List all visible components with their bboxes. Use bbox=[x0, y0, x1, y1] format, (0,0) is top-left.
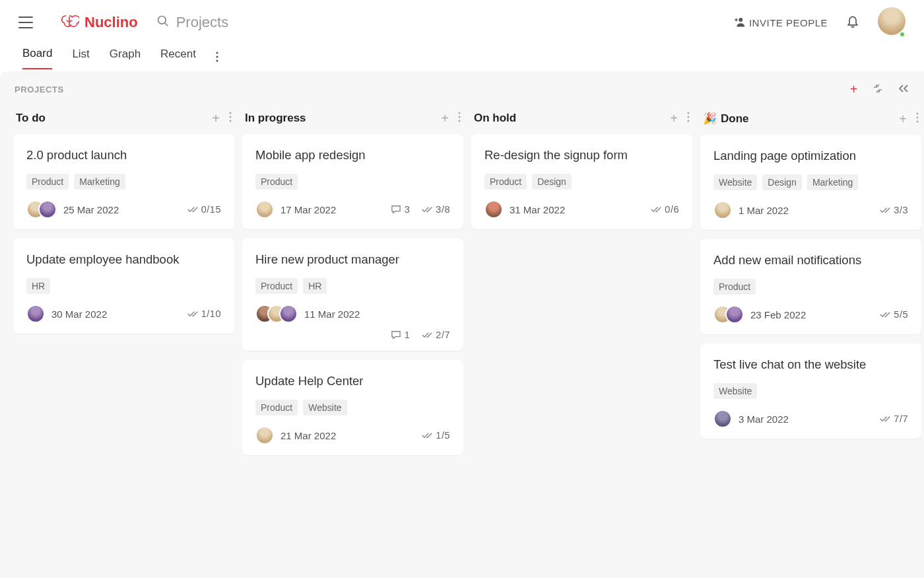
card-title: Update Help Center bbox=[255, 373, 450, 389]
menu-button[interactable] bbox=[18, 17, 33, 28]
column-title: 🎉Done bbox=[703, 112, 749, 126]
svg-line-1 bbox=[164, 23, 168, 26]
column: 🎉Done+Landing page optimizationWebsiteDe… bbox=[700, 106, 921, 464]
search-placeholder: Projects bbox=[176, 14, 228, 31]
task-progress: 1/10 bbox=[187, 308, 221, 319]
tag: Product bbox=[484, 174, 527, 190]
svg-point-5 bbox=[216, 59, 218, 61]
add-card-button[interactable]: + bbox=[441, 112, 449, 125]
column-menu-button[interactable] bbox=[916, 112, 919, 126]
card[interactable]: Test live chat on the websiteWebsite3 Ma… bbox=[700, 343, 921, 439]
assignee-avatars bbox=[26, 305, 45, 323]
card-title: Landing page optimization bbox=[713, 148, 908, 164]
card-title: Mobile app redesign bbox=[255, 147, 450, 163]
svg-point-7 bbox=[230, 116, 232, 118]
chevron-left-double-icon[interactable] bbox=[898, 84, 909, 95]
card[interactable]: Update employee handbookHR30 Mar 20221/1… bbox=[13, 238, 234, 334]
task-progress: 3/3 bbox=[880, 205, 908, 215]
tab-more-button[interactable] bbox=[216, 52, 218, 65]
due-date: 30 Mar 2022 bbox=[51, 308, 107, 320]
due-date: 17 Mar 2022 bbox=[280, 204, 336, 215]
tag-list: HR bbox=[26, 278, 221, 294]
tab-recent[interactable]: Recent bbox=[160, 48, 196, 69]
tag: HR bbox=[303, 278, 327, 294]
svg-point-4 bbox=[216, 55, 218, 57]
tag-list: ProductWebsite bbox=[255, 400, 450, 415]
tag: Product bbox=[255, 400, 298, 415]
card-title: 2.0 product launch bbox=[26, 147, 221, 163]
svg-point-17 bbox=[917, 120, 919, 122]
brain-icon bbox=[59, 13, 79, 32]
svg-point-16 bbox=[917, 116, 919, 118]
column-menu-button[interactable] bbox=[458, 112, 461, 125]
tab-list[interactable]: List bbox=[72, 48, 89, 69]
online-status-icon bbox=[899, 31, 906, 38]
board-breadcrumb: PROJECTS bbox=[15, 85, 64, 94]
assignee-avatars bbox=[713, 410, 732, 428]
invite-people-button[interactable]: INVITE PEOPLE bbox=[733, 17, 828, 29]
logo[interactable]: Nuclino bbox=[59, 13, 138, 32]
tag: Design bbox=[762, 174, 802, 190]
task-progress: 0/15 bbox=[187, 204, 221, 215]
add-card-button[interactable]: + bbox=[670, 112, 678, 125]
app-name: Nuclino bbox=[84, 14, 138, 31]
column-menu-button[interactable] bbox=[687, 112, 690, 125]
notifications-button[interactable] bbox=[846, 14, 859, 31]
due-date: 1 Mar 2022 bbox=[739, 205, 789, 216]
column-menu-button[interactable] bbox=[229, 112, 232, 125]
card[interactable]: Mobile app redesignProduct17 Mar 202233/… bbox=[242, 134, 463, 229]
tag: HR bbox=[26, 278, 50, 294]
svg-point-2 bbox=[739, 18, 742, 22]
tag-list: Product bbox=[713, 279, 908, 295]
card[interactable]: Add new email notificationsProduct23 Feb… bbox=[700, 239, 921, 334]
avatar bbox=[725, 305, 744, 324]
emoji-icon: 🎉 bbox=[703, 112, 717, 126]
task-progress: 0/6 bbox=[651, 204, 679, 215]
svg-point-12 bbox=[688, 112, 690, 114]
avatar bbox=[713, 201, 732, 219]
card[interactable]: 2.0 product launchProductMarketing25 Mar… bbox=[13, 134, 234, 229]
tag: Marketing bbox=[807, 174, 858, 190]
svg-point-11 bbox=[459, 120, 461, 122]
svg-point-14 bbox=[688, 120, 690, 122]
add-button[interactable]: + bbox=[850, 82, 858, 97]
card-title: Update employee handbook bbox=[26, 252, 221, 268]
add-card-button[interactable]: + bbox=[899, 112, 907, 126]
svg-point-0 bbox=[158, 17, 166, 24]
tag: Product bbox=[255, 278, 298, 294]
tag: Website bbox=[303, 400, 346, 415]
comment-count: 1 bbox=[391, 330, 411, 340]
avatar bbox=[713, 410, 732, 428]
svg-point-13 bbox=[688, 116, 690, 118]
card[interactable]: Hire new product managerProductHR11 Mar … bbox=[242, 238, 463, 351]
assignee-avatars bbox=[484, 200, 503, 219]
search-input[interactable]: Projects bbox=[156, 14, 733, 31]
card[interactable]: Landing page optimizationWebsiteDesignMa… bbox=[700, 135, 921, 230]
due-date: 31 Mar 2022 bbox=[510, 204, 565, 215]
avatar bbox=[38, 200, 57, 219]
collapse-icon[interactable] bbox=[873, 83, 883, 96]
card[interactable]: Update Help CenterProductWebsite21 Mar 2… bbox=[242, 360, 463, 455]
tag-list: WebsiteDesignMarketing bbox=[713, 174, 908, 190]
profile-avatar[interactable] bbox=[878, 7, 906, 38]
card[interactable]: Re-design the signup formProductDesign31… bbox=[471, 134, 692, 229]
svg-point-3 bbox=[216, 52, 218, 54]
add-card-button[interactable]: + bbox=[212, 112, 220, 125]
svg-point-15 bbox=[917, 112, 919, 114]
tab-board[interactable]: Board bbox=[22, 47, 52, 69]
due-date: 3 Mar 2022 bbox=[739, 414, 789, 425]
assignee-avatars bbox=[255, 200, 274, 219]
card-title: Re-design the signup form bbox=[484, 147, 679, 163]
assignee-avatars bbox=[26, 200, 57, 219]
card-title: Test live chat on the website bbox=[713, 357, 908, 373]
tab-graph[interactable]: Graph bbox=[110, 48, 141, 69]
task-progress: 5/5 bbox=[880, 309, 908, 320]
column-title: To do bbox=[16, 112, 46, 125]
due-date: 23 Feb 2022 bbox=[750, 309, 806, 320]
assignee-avatars bbox=[713, 201, 732, 219]
tag-list: ProductDesign bbox=[484, 174, 679, 190]
svg-point-8 bbox=[230, 120, 232, 122]
tag-list: Product bbox=[255, 174, 450, 190]
column-title: In progress bbox=[245, 112, 306, 125]
tag: Design bbox=[532, 174, 572, 190]
